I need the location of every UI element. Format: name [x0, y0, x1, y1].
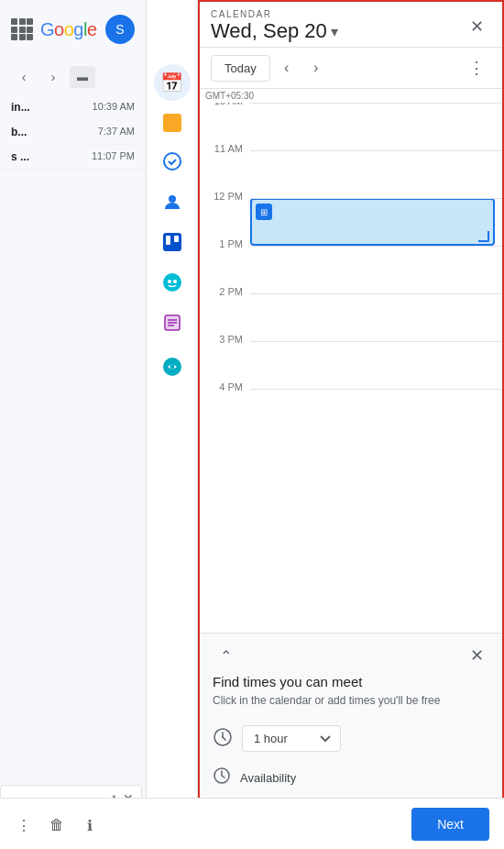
duration-clock-icon [213, 727, 233, 751]
tasks-icon [163, 114, 181, 132]
nav-back-button[interactable]: ‹ [11, 64, 37, 90]
email-time: 7:37 AM [98, 126, 135, 137]
availability-label: Availability [240, 771, 296, 785]
list-item[interactable]: 10:39 AM in... [0, 95, 146, 120]
prev-button[interactable]: ‹ [274, 55, 300, 81]
svg-point-7 [173, 280, 177, 283]
time-line [250, 389, 502, 390]
email-sender: b... [11, 126, 98, 138]
next-button[interactable]: Next [411, 808, 489, 841]
info-button[interactable]: ℹ [77, 812, 103, 838]
time-line [250, 198, 502, 199]
email-time: 11:07 PM [92, 150, 135, 161]
time-label-12pm: 12 PM [200, 191, 250, 202]
list-item[interactable]: 11:07 PM s ... [0, 145, 146, 170]
more-info-button[interactable]: ⋮ [11, 812, 37, 838]
assistant-icon [162, 357, 182, 381]
sidebar-item-botit[interactable] [154, 266, 191, 303]
time-label-1pm: 1 PM [200, 238, 250, 249]
svg-point-14 [170, 364, 174, 369]
time-line [250, 103, 502, 104]
notes-icon [163, 314, 181, 336]
duration-select[interactable]: 1 hour 30 minutes 2 hours [242, 725, 341, 752]
sidebar-item-trello[interactable] [154, 226, 191, 262]
find-times-subtitle: Click in the calendar or add times you'l… [200, 693, 502, 718]
sidebar-item-calendar[interactable]: 📅 [154, 64, 191, 101]
email-sender: s ... [11, 150, 92, 163]
calendar-header: CALENDAR Wed, Sep 20 ▾ ✕ [200, 2, 502, 48]
email-list: 10:39 AM in... 7:37 AM b... 11:07 PM s .… [0, 95, 146, 849]
duration-row: 1 hour 30 minutes 2 hours [200, 718, 502, 759]
bottom-panel-header: ⌃ ✕ [200, 634, 502, 674]
sidebar-item-contacts[interactable] [154, 185, 191, 222]
calendar-panel: CALENDAR Wed, Sep 20 ▾ ✕ Today ‹ › ⋮ GMT… [198, 0, 504, 849]
sidebar-item-assistant[interactable] [154, 350, 191, 387]
nav-arrows: ‹ › ▬ [0, 59, 146, 95]
svg-rect-4 [174, 236, 179, 242]
time-line [250, 341, 502, 342]
icon-sidebar: 📅 + [147, 0, 198, 849]
time-line [250, 246, 502, 247]
email-time: 10:39 AM [93, 101, 135, 112]
sidebar-item-todo[interactable] [154, 145, 191, 182]
calendar-app-label: CALENDAR [211, 9, 462, 19]
today-button[interactable]: Today [211, 55, 270, 82]
list-item[interactable]: 7:37 AM b... [0, 120, 146, 145]
nav-forward-button[interactable]: › [40, 64, 66, 90]
mini-calendar-button[interactable]: ▬ [70, 66, 95, 88]
svg-point-0 [164, 153, 181, 170]
svg-point-5 [163, 273, 181, 292]
sidebar-item-tasks[interactable] [154, 105, 191, 141]
collapse-button[interactable]: ⌃ [213, 643, 238, 668]
date-dropdown-button[interactable]: ▾ [331, 23, 338, 40]
google-logo: Google [40, 19, 97, 40]
delete-button[interactable]: 🗑 [44, 812, 70, 838]
botit-icon [162, 272, 182, 297]
time-grid: 10 AM 11 AM ⊞ 12 PM 1 PM 2 P [200, 103, 502, 436]
trello-icon [163, 233, 181, 256]
bottom-left-icons: ⋮ 🗑 ℹ [11, 812, 103, 838]
calendar-app-icon: 📅 [160, 72, 183, 94]
svg-point-1 [169, 195, 176, 203]
google-header: Google S [0, 0, 146, 59]
calendar-toolbar: Today ‹ › ⋮ [200, 48, 502, 89]
availability-row: Availability [213, 766, 489, 788]
svg-point-6 [168, 280, 171, 283]
time-label-3pm: 3 PM [200, 334, 250, 345]
next-day-button[interactable]: › [303, 55, 329, 81]
time-row: 4 PM [200, 389, 502, 436]
apps-icon[interactable] [11, 18, 33, 40]
calendar-close-button[interactable]: ✕ [462, 12, 491, 41]
time-label-2pm: 2 PM [200, 286, 250, 297]
contacts-icon [163, 193, 181, 215]
email-sender: in... [11, 101, 93, 114]
availability-clock-icon [213, 766, 231, 788]
calendar-current-date: Wed, Sep 20 [211, 19, 327, 43]
calendar-body[interactable]: GMT+05:30 10 AM 11 AM ⊞ 12 PM 1 [200, 89, 502, 633]
left-panel: Google S ‹ › ▬ 10:39 AM in... 7:37 AM b.… [0, 0, 147, 849]
footer: ⋮ 🗑 ℹ Next [0, 798, 504, 849]
find-times-close-button[interactable]: ✕ [464, 643, 489, 668]
more-options-button[interactable]: ⋮ [462, 53, 491, 83]
timezone-label: GMT+05:30 [200, 89, 502, 103]
time-line [250, 293, 502, 294]
time-label-4pm: 4 PM [200, 381, 250, 392]
svg-point-16 [222, 736, 224, 738]
user-avatar[interactable]: S [105, 15, 135, 44]
time-line [250, 150, 502, 151]
find-times-title: Find times you can meet [200, 674, 502, 693]
time-label-11am: 11 AM [200, 143, 250, 154]
svg-rect-3 [166, 236, 170, 245]
todo-icon [163, 152, 181, 175]
sidebar-item-notes[interactable] [154, 306, 191, 343]
